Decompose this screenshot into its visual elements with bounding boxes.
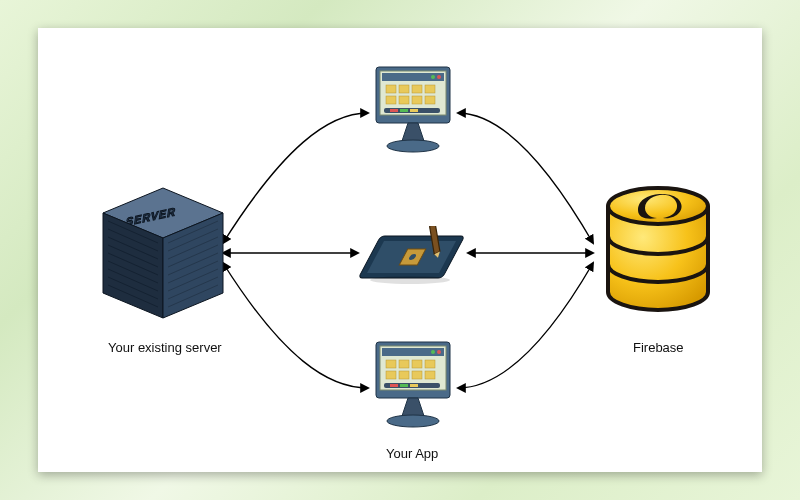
svg-rect-37 [400, 109, 408, 112]
svg-rect-60 [425, 371, 435, 379]
svg-point-40 [387, 140, 439, 152]
desktop-app-icon [368, 338, 458, 433]
svg-rect-28 [399, 85, 409, 93]
svg-rect-57 [386, 371, 396, 379]
server-icon: SERVER [98, 183, 228, 323]
svg-rect-36 [390, 109, 398, 112]
svg-point-47 [370, 276, 450, 284]
svg-rect-27 [386, 85, 396, 93]
edge-fb-top [458, 113, 593, 243]
svg-marker-65 [402, 398, 424, 416]
firebase-label: Firebase [633, 340, 684, 355]
svg-point-66 [387, 415, 439, 427]
svg-point-67 [608, 188, 708, 224]
svg-rect-29 [412, 85, 422, 93]
tablet-app-icon [358, 226, 468, 286]
svg-point-52 [431, 350, 435, 354]
svg-rect-31 [386, 96, 396, 104]
svg-rect-32 [399, 96, 409, 104]
svg-rect-62 [390, 384, 398, 387]
svg-rect-34 [425, 96, 435, 104]
svg-rect-54 [399, 360, 409, 368]
edge-server-top [223, 113, 368, 243]
svg-rect-53 [386, 360, 396, 368]
svg-rect-55 [412, 360, 422, 368]
server-label: Your existing server [108, 340, 222, 355]
svg-point-25 [437, 75, 441, 79]
database-icon [593, 178, 723, 328]
svg-point-26 [431, 75, 435, 79]
desktop-app-icon [368, 63, 458, 158]
edge-server-bot [223, 263, 368, 388]
edge-fb-bot [458, 263, 593, 388]
svg-rect-59 [412, 371, 422, 379]
svg-rect-58 [399, 371, 409, 379]
svg-rect-64 [410, 384, 418, 387]
svg-rect-30 [425, 85, 435, 93]
svg-rect-33 [412, 96, 422, 104]
svg-rect-63 [400, 384, 408, 387]
app-label: Your App [386, 446, 438, 461]
svg-point-51 [437, 350, 441, 354]
diagram-frame: SERVER [38, 28, 762, 472]
svg-marker-39 [402, 123, 424, 141]
svg-rect-56 [425, 360, 435, 368]
svg-rect-38 [410, 109, 418, 112]
